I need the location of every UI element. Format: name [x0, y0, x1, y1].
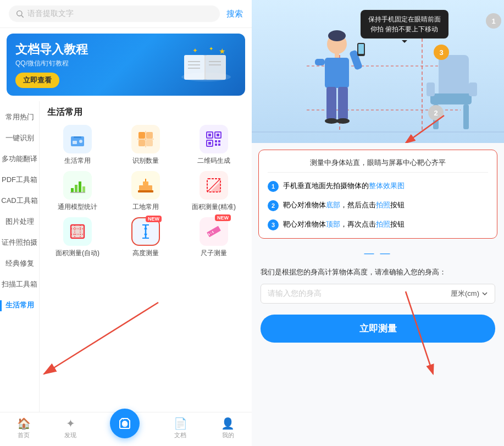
svg-rect-82	[326, 87, 336, 120]
nav-doc[interactable]: 📄 文档	[174, 417, 187, 439]
svg-rect-21	[146, 140, 153, 146]
section-title: 生活常用	[45, 107, 246, 118]
icon-grid-row2: 通用模型统计 工地常用	[45, 171, 246, 212]
count-label: 识别数量	[132, 156, 159, 166]
unit-selector[interactable]: 厘米(cm)	[451, 289, 488, 299]
svg-rect-25	[208, 134, 211, 136]
sidebar-item-id-photo[interactable]: 证件照拍摄	[0, 232, 39, 253]
svg-text:1: 1	[491, 17, 495, 25]
sidebar-item-scan-tools[interactable]: 扫描工具箱	[0, 274, 39, 295]
count-item[interactable]: 识别数量	[113, 125, 178, 166]
life-common-svg	[69, 131, 86, 147]
step-2-highlight2: 拍照	[376, 201, 390, 209]
sidebar-item-image-process[interactable]: 图片处理	[0, 211, 39, 232]
svg-rect-27	[217, 134, 219, 136]
ruler-measure-label: 尺子测量	[201, 249, 227, 258]
area-precise-icon-box	[200, 171, 228, 200]
step-1-text: 手机垂直地面先拍摄物体的整体效果图	[283, 180, 405, 191]
nav-home[interactable]: 🏠 首页	[17, 417, 31, 439]
nav-discover[interactable]: ✦ 发现	[64, 417, 76, 439]
model-stat-item[interactable]: 通用模型统计	[45, 171, 110, 212]
svg-marker-56	[144, 234, 147, 236]
svg-rect-36	[79, 181, 81, 192]
height-measure-label: 高度测量	[132, 249, 159, 258]
search-input-wrap[interactable]: 语音提取文字	[9, 5, 220, 22]
svg-text:✦: ✦	[209, 46, 213, 52]
qrcode-item[interactable]: 二维码生成	[181, 125, 246, 166]
step-3-row: 3 靶心对准物体顶部，再次点击拍照按钮	[268, 219, 488, 230]
svg-point-84	[325, 118, 338, 124]
banner-subtitle: QQ/微信/钉钉教程	[15, 59, 88, 68]
search-button[interactable]: 搜索	[226, 9, 243, 19]
left-panel: 语音提取文字 搜索 文档导入教程 QQ/微信/钉钉教程 立即查看 ★ ✦ ✦	[0, 0, 252, 446]
mine-icon: 👤	[221, 417, 235, 430]
height-measure-item[interactable]: NEW 高度测量	[113, 217, 178, 258]
height-measure-icon-box: NEW	[131, 217, 160, 246]
svg-rect-34	[71, 188, 74, 192]
svg-rect-76	[335, 53, 339, 58]
camera-icon: +	[118, 416, 132, 431]
height-description: 我们是根据您的身高计算物体高度，请准确输入您的身高：	[261, 267, 495, 278]
right-panel: 保持手机固定在眼睛前面仰拍 俯拍不要上下移动	[252, 0, 504, 446]
banner-btn[interactable]: 立即查看	[15, 73, 59, 88]
svg-rect-37	[82, 186, 85, 192]
step-3-before: 靶心对准物体	[283, 220, 326, 228]
ruler-measure-item[interactable]: NEW 尺子测量	[181, 217, 246, 258]
svg-rect-83	[338, 87, 348, 120]
sidebar-item-pdf-tools[interactable]: PDF工具箱	[0, 169, 39, 190]
site-tools-item[interactable]: 工地常用	[113, 171, 178, 212]
svg-point-75	[328, 30, 346, 41]
sidebar-item-one-click[interactable]: 一键识别	[0, 128, 39, 148]
model-stat-svg	[69, 177, 86, 194]
life-common-item[interactable]: 生活常用	[45, 125, 110, 166]
nav-mine-label: 我的	[222, 431, 234, 439]
height-input-row[interactable]: 请输入您的身高 厘米(cm)	[261, 284, 495, 304]
doc-icon: 📄	[174, 417, 187, 430]
svg-rect-20	[139, 140, 145, 146]
svg-text:2: 2	[434, 109, 437, 117]
svg-rect-77	[325, 58, 349, 88]
site-tools-label: 工地常用	[132, 202, 159, 212]
sidebar-item-life-common[interactable]: 生活常用	[0, 295, 39, 316]
step-2-after2: 按钮	[390, 201, 405, 209]
sidebar-item-multi-translate[interactable]: 多功能翻译	[0, 148, 39, 169]
step-3-highlight2: 拍照	[376, 220, 390, 228]
svg-point-63	[124, 422, 126, 425]
step-1-highlight: 整体效果图	[369, 181, 405, 190]
svg-rect-81	[358, 44, 364, 54]
sidebar-item-cad-tools[interactable]: CAD工具箱	[0, 190, 39, 211]
svg-rect-4	[205, 55, 226, 80]
icon-grid-row3: 面积测量(自动) NEW 高度测量	[45, 217, 246, 258]
sidebar-item-classic-restore[interactable]: 经典修复	[0, 253, 39, 274]
svg-rect-18	[139, 132, 145, 139]
step-3-num: 3	[268, 219, 279, 230]
svg-rect-40	[143, 181, 148, 185]
measure-button[interactable]: 立即测量	[261, 315, 495, 343]
svg-rect-57	[207, 226, 221, 238]
step-2-before: 靶心对准物体	[283, 201, 326, 209]
area-precise-item[interactable]: 面积测量(精准)	[181, 171, 246, 212]
svg-rect-31	[218, 140, 220, 142]
nav-mine[interactable]: 👤 我的	[221, 417, 235, 439]
svg-rect-30	[215, 140, 217, 142]
area-precise-svg	[206, 177, 222, 194]
area-auto-item[interactable]: 面积测量(自动)	[45, 217, 110, 258]
site-tools-icon-box	[131, 171, 160, 200]
svg-text:★: ★	[219, 47, 226, 56]
step-1-row: 1 手机垂直地面先拍摄物体的整体效果图	[268, 180, 488, 192]
svg-point-85	[336, 118, 350, 124]
new-badge-ruler: NEW	[215, 214, 231, 221]
step-3-after: ，再次点击	[340, 220, 376, 228]
sidebar-item-common-hot[interactable]: 常用热门	[0, 107, 39, 128]
ruler-measure-svg	[206, 223, 222, 240]
svg-rect-29	[208, 142, 211, 145]
site-tools-svg	[137, 177, 154, 194]
model-stat-icon-box	[63, 171, 92, 200]
svg-rect-91	[469, 82, 477, 96]
height-placeholder: 请输入您的身高	[268, 289, 322, 299]
step-2-text: 靶心对准物体底部，然后点击拍照按钮	[283, 200, 405, 211]
step-1-num: 1	[268, 181, 279, 192]
camera-button[interactable]: +	[110, 409, 140, 438]
svg-rect-19	[146, 132, 153, 139]
banner-title: 文档导入教程	[15, 41, 88, 58]
